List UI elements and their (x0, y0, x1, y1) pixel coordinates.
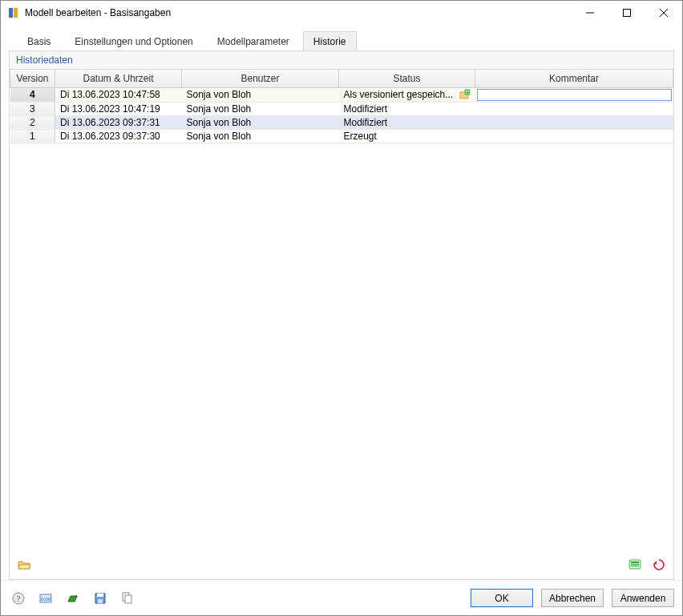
cell-datetime: Di 13.06.2023 09:37:30 (55, 129, 182, 143)
panel-title: Historiedaten (10, 51, 673, 70)
cell-datetime: Di 13.06.2023 10:47:19 (55, 102, 182, 115)
col-comment[interactable]: Kommentar (475, 70, 673, 87)
cell-status: Als versioniert gespeich... (339, 87, 459, 102)
cell-comment (475, 102, 673, 115)
dialog-window: Modell bearbeiten - Basisangaben Basis E… (0, 0, 683, 616)
table-row[interactable]: 1Di 13.06.2023 09:37:30Sonja von BlohErz… (10, 129, 673, 143)
open-folder-button[interactable] (14, 555, 34, 574)
svg-rect-3 (624, 10, 631, 17)
svg-rect-0 (9, 8, 13, 18)
copy-button[interactable] (118, 589, 137, 608)
tab-modellparameter[interactable]: Modellparameter (207, 31, 300, 51)
col-user[interactable]: Benutzer (182, 70, 339, 87)
cell-status: Modifiziert (339, 115, 459, 129)
cell-version: 3 (10, 102, 55, 115)
cell-status-icon (459, 115, 475, 129)
svg-rect-22 (125, 595, 131, 603)
svg-text:0,00: 0,00 (41, 596, 51, 602)
svg-rect-10 (631, 562, 639, 563)
cell-user: Sonja von Bloh (182, 102, 339, 115)
units-button[interactable]: 0,00 (36, 589, 55, 608)
svg-rect-1 (14, 8, 18, 18)
close-button[interactable] (645, 1, 682, 25)
cell-status: Erzeugt (339, 129, 459, 143)
svg-rect-12 (631, 566, 639, 566)
cell-version: 2 (10, 115, 55, 129)
panel-footer (10, 550, 673, 579)
dialog-buttons: OK Abbrechen Anwenden (471, 589, 674, 607)
svg-text:?: ? (17, 594, 21, 603)
svg-rect-19 (97, 594, 103, 597)
table-header-row: Version Datum & Uhrzeit Benutzer Status … (10, 70, 673, 87)
maximize-button[interactable] (608, 1, 645, 25)
table-row[interactable]: 4Di 13.06.2023 10:47:58Sonja von BlohAls… (10, 87, 673, 102)
cell-status-icon (459, 102, 475, 115)
refresh-button[interactable] (649, 555, 669, 574)
col-status[interactable]: Status (339, 70, 475, 87)
help-button[interactable]: ? (9, 589, 28, 608)
cell-comment[interactable] (475, 87, 673, 102)
cell-user: Sonja von Bloh (182, 129, 339, 143)
cell-datetime: Di 13.06.2023 10:47:58 (55, 87, 182, 102)
bottom-tools: ? 0,00 (9, 589, 137, 608)
cell-datetime: Di 13.06.2023 09:37:31 (55, 115, 182, 129)
cell-version: 4 (10, 87, 55, 102)
tab-einstellungen[interactable]: Einstellungen und Optionen (64, 31, 203, 51)
dialog-content: Basis Einstellungen und Optionen Modellp… (1, 25, 682, 580)
svg-rect-20 (98, 599, 103, 603)
svg-text:+: + (466, 90, 469, 95)
titlebar: Modell bearbeiten - Basisangaben (1, 1, 682, 25)
cell-user: Sonja von Bloh (182, 87, 339, 102)
history-grid[interactable]: Version Datum & Uhrzeit Benutzer Status … (10, 70, 673, 550)
cell-version: 1 (10, 129, 55, 143)
cell-status: Modifiziert (339, 102, 459, 115)
cell-status-icon: + (459, 87, 475, 102)
cell-status-icon (459, 129, 475, 143)
cell-comment (475, 129, 673, 143)
bottom-bar: ? 0,00 OK Abbrechen Anwenden (1, 580, 682, 615)
cancel-button[interactable]: Abbrechen (541, 589, 604, 607)
tab-historie[interactable]: Historie (303, 31, 357, 51)
save-button[interactable] (91, 589, 110, 608)
load-button[interactable] (63, 589, 83, 608)
table-row[interactable]: 2Di 13.06.2023 09:37:31Sonja von BlohMod… (10, 115, 673, 129)
saved-version-icon: + (459, 89, 475, 100)
panel: Historiedaten Version Datum & U (9, 50, 674, 580)
col-datetime[interactable]: Datum & Uhrzeit (55, 70, 182, 87)
tab-basis[interactable]: Basis (17, 31, 61, 51)
export-button[interactable] (625, 555, 645, 574)
comment-input[interactable] (477, 89, 672, 101)
table-row[interactable]: 3Di 13.06.2023 10:47:19Sonja von BlohMod… (10, 102, 673, 115)
svg-rect-11 (631, 564, 639, 565)
app-icon (7, 6, 20, 19)
col-version[interactable]: Version (10, 70, 55, 87)
window-title: Modell bearbeiten - Basisangaben (25, 7, 572, 18)
apply-button[interactable]: Anwenden (612, 589, 674, 607)
cell-user: Sonja von Bloh (182, 115, 339, 129)
window-controls (572, 1, 682, 25)
minimize-button[interactable] (572, 1, 608, 25)
cell-comment (475, 115, 673, 129)
tab-strip: Basis Einstellungen und Optionen Modellp… (9, 31, 674, 51)
ok-button[interactable]: OK (471, 589, 533, 607)
